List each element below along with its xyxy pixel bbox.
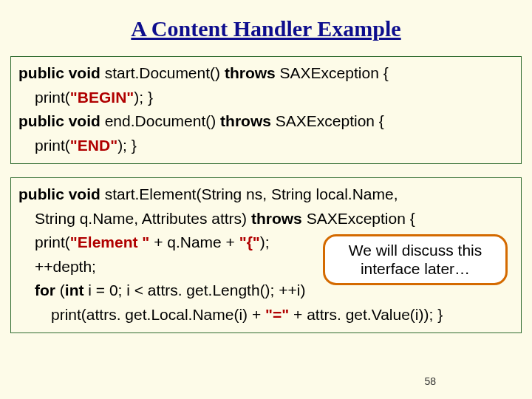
string-literal: "END" bbox=[70, 137, 117, 154]
code-text: i = 0; i < attrs. get.Length(); ++i) bbox=[83, 282, 305, 299]
code-line: print(attrs. get.Local.Name(i) + "=" + a… bbox=[18, 303, 514, 327]
code-line: public void start.Document() throws SAXE… bbox=[18, 61, 514, 86]
code-line: public void start.Element(String ns, Str… bbox=[18, 183, 514, 207]
keyword: for bbox=[35, 282, 55, 299]
string-literal: "Element " bbox=[70, 233, 149, 250]
keyword: public void bbox=[18, 64, 100, 81]
code-line: public void end.Document() throws SAXExc… bbox=[18, 109, 514, 134]
code-text: ++depth; bbox=[35, 258, 96, 275]
code-text: + q.Name + bbox=[149, 233, 239, 250]
code-text: + attrs. get.Value(i)); } bbox=[289, 306, 443, 323]
code-text: ); } bbox=[117, 137, 137, 154]
code-text: print( bbox=[35, 137, 70, 154]
keyword: public void bbox=[18, 112, 100, 129]
code-text: String q.Name, Attributes attrs) bbox=[35, 210, 251, 227]
keyword: public void bbox=[18, 185, 100, 202]
code-text: SAXException { bbox=[302, 210, 415, 227]
keyword: throws bbox=[220, 112, 271, 129]
code-text: SAXException { bbox=[271, 112, 384, 129]
page-number: 58 bbox=[424, 375, 436, 387]
callout-line: interface later… bbox=[332, 259, 498, 278]
keyword: throws bbox=[251, 210, 302, 227]
code-text: print( bbox=[35, 233, 70, 250]
code-text: ); } bbox=[134, 89, 153, 106]
code-line: print("END"); } bbox=[18, 134, 514, 158]
code-block-2: public void start.Element(String ns, Str… bbox=[10, 177, 522, 333]
code-line: print("BEGIN"); } bbox=[18, 86, 514, 110]
code-block-1: public void start.Document() throws SAXE… bbox=[10, 56, 522, 164]
keyword: int bbox=[65, 282, 84, 299]
code-text: SAXException { bbox=[276, 64, 389, 81]
string-literal: "{" bbox=[239, 233, 260, 250]
code-text: ( bbox=[55, 282, 65, 299]
code-text: start.Element(String ns, String local.Na… bbox=[100, 185, 398, 202]
keyword: throws bbox=[225, 64, 276, 81]
string-literal: "=" bbox=[265, 306, 289, 323]
code-text: start.Document() bbox=[100, 64, 225, 81]
code-text: ); bbox=[260, 233, 270, 250]
slide-title: A Content Handler Example bbox=[0, 0, 532, 52]
code-text: print( bbox=[35, 89, 70, 106]
code-text: end.Document() bbox=[100, 112, 220, 129]
code-text: print(attrs. get.Local.Name(i) + bbox=[51, 306, 265, 323]
code-line: String q.Name, Attributes attrs) throws … bbox=[18, 207, 514, 231]
callout-bubble: We will discuss this interface later… bbox=[323, 234, 508, 284]
callout-line: We will discuss this bbox=[332, 241, 498, 259]
string-literal: "BEGIN" bbox=[70, 89, 134, 106]
